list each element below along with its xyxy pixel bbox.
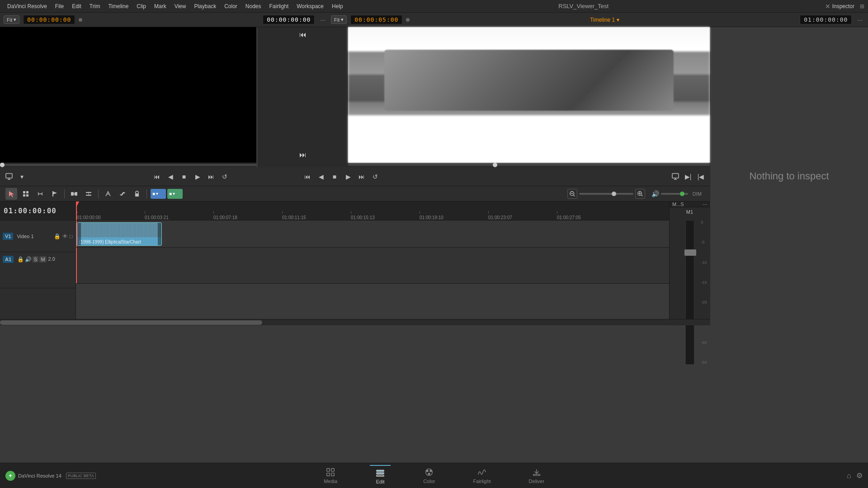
toolbar-sep-1 [64,189,65,198]
timecode-duration[interactable]: 00:00:05:00 [350,15,402,24]
nav-item-color[interactable]: Color [418,465,440,486]
v1-eye-icon[interactable]: 👁 [62,233,68,239]
menu-nodes[interactable]: Nodes [242,1,265,11]
menu-color[interactable]: Color [221,1,241,11]
a1-lock-icon[interactable]: 🔒 [17,256,24,263]
menu-davinci-resolve[interactable]: DaVinci Resolve [4,1,51,11]
more-btn-right[interactable]: ··· [855,16,864,23]
nav-item-edit[interactable]: Edit [370,465,391,486]
next-mark-icon[interactable]: ⏭ [206,171,217,182]
monitor-toggle-left[interactable] [4,171,14,182]
select-tool-btn[interactable] [5,188,17,200]
svg-rect-8 [26,191,28,193]
mixer-label: M...S [672,202,684,207]
zoom-out-btn[interactable] [567,189,577,199]
menu-file[interactable]: File [52,1,67,11]
mixer-more-btn[interactable]: ··· [703,202,707,207]
pen-tool-btn[interactable] [102,188,114,200]
chevron-down-left[interactable]: ▾ [16,171,27,182]
v1-mute-icon[interactable]: □ [70,233,73,239]
ruler-tick-6: 01:00:23:07 [488,215,512,220]
home-icon[interactable]: ⌂ [847,472,851,479]
dot-btn-left[interactable] [79,18,82,22]
v1-lock-icon[interactable]: 🔒 [54,233,61,239]
svg-rect-31 [377,475,384,477]
play-icon[interactable]: ▶ [343,171,354,182]
bottom-nav: ✦ DaVinci Resolve 14 PUBLIC BETA Media E… [0,463,868,488]
a1-speaker-icon[interactable]: 🔊 [25,256,32,263]
linked-clips-btn[interactable] [34,188,46,200]
fader-track[interactable] [685,220,694,365]
prev-mark-icon[interactable]: ⏮ [151,171,162,182]
menu-clip[interactable]: Clip [133,1,150,11]
menu-view[interactable]: View [171,1,190,11]
fit-dropdown-right[interactable]: Fit ▾ [331,15,347,24]
main-transport-controls: ⏮ ◀ ■ ▶ ⏭ ↺ [302,171,381,182]
clip-right-handle[interactable] [158,223,161,245]
menu-mark[interactable]: Mark [151,1,170,11]
a1-s-btn[interactable]: S [33,256,38,263]
stop-icon[interactable]: ■ [329,171,340,182]
play-icon-left[interactable]: ▶ [192,171,203,182]
nav-item-deliver[interactable]: Deliver [524,465,550,486]
skip-to-start-icon[interactable]: ⏮ [299,31,307,39]
next-frame-icon-right[interactable]: ▶| [683,171,693,182]
go-to-end-icon[interactable]: ⏭ [356,171,367,182]
fader-marks: 0 -5 -10 -15 -20 -30 -40 -50 [701,220,707,365]
dim-button[interactable]: DIM [690,190,704,197]
menu-workspace[interactable]: Workspace [293,1,327,11]
nav-item-fairlight[interactable]: Fairlight [467,465,496,486]
snap-grid-btn[interactable] [20,188,32,200]
ruler-tick-7: 01:00:27:05 [557,215,581,220]
fader-handle[interactable] [684,249,696,256]
loop-icon-left[interactable]: ↺ [219,171,230,182]
link-btn[interactable] [117,188,128,200]
zoom-slider-track[interactable] [579,193,633,195]
volume-slider-track[interactable] [661,193,688,195]
nav-item-media[interactable]: Media [318,465,343,486]
skip-to-end-icon[interactable]: ⏭ [299,151,307,159]
svg-marker-12 [53,192,57,194]
monitor-toggle-right[interactable] [670,171,681,182]
video-clip[interactable]: (1998-1999) EllipticalStarChart [77,222,162,246]
step-back-icon[interactable]: ◀ [165,171,176,182]
menu-edit[interactable]: Edit [68,1,85,11]
color-btn-blue[interactable]: ■ ▾ [151,189,166,199]
menu-fairlight[interactable]: Fairlight [266,1,292,11]
a1-badge: A1 [3,256,14,263]
volume-icon: 🔊 [651,190,659,197]
audio-track-row [76,248,669,284]
timeline-label[interactable]: Timeline 1 ▾ [590,17,619,23]
menu-help[interactable]: Help [328,1,347,11]
zoom-slider-handle[interactable] [612,192,616,196]
timeline-scrollbar[interactable] [0,319,710,325]
timeline-toolbar: ■ ▾ ■ ▾ [0,186,710,202]
stop-icon-left[interactable]: ■ [179,171,189,182]
expand-icon[interactable]: ⊞ [860,3,864,9]
zoom-in-btn[interactable] [635,189,645,199]
menu-trim[interactable]: Trim [86,1,104,11]
fit-dropdown-left[interactable]: Fit ▾ [4,15,19,24]
more-btn-center[interactable]: ··· [318,16,327,23]
a1-m-btn[interactable]: M [39,256,46,263]
menu-playback[interactable]: Playback [190,1,220,11]
trim-mode-btn[interactable] [83,188,94,200]
go-to-start-icon[interactable]: ⏮ [302,171,313,182]
step-back-frame-icon[interactable]: ◀ [316,171,326,182]
timecode-left[interactable]: 00:00:00:00 [23,15,75,24]
lock-btn[interactable] [131,188,143,200]
volume-slider-handle[interactable] [680,192,684,196]
settings-icon[interactable]: ⚙ [856,472,863,479]
flags-btn[interactable] [49,188,61,200]
clip-insert-btn[interactable] [68,188,80,200]
inspector-button[interactable]: ✕ Inspector [821,1,859,12]
timeline-scrollbar-thumb[interactable] [0,320,262,325]
timecode-right[interactable]: 01:00:00:00 [800,15,852,24]
clip-left-handle[interactable] [77,223,81,245]
dot-btn-right[interactable] [406,18,410,22]
loop-icon[interactable]: ↺ [370,171,381,182]
timecode-center[interactable]: 00:00:00:00 [263,15,315,24]
menu-timeline[interactable]: Timeline [104,1,132,11]
color-btn-green[interactable]: ■ ▾ [167,189,183,199]
prev-frame-icon-right[interactable]: |◀ [695,171,706,182]
